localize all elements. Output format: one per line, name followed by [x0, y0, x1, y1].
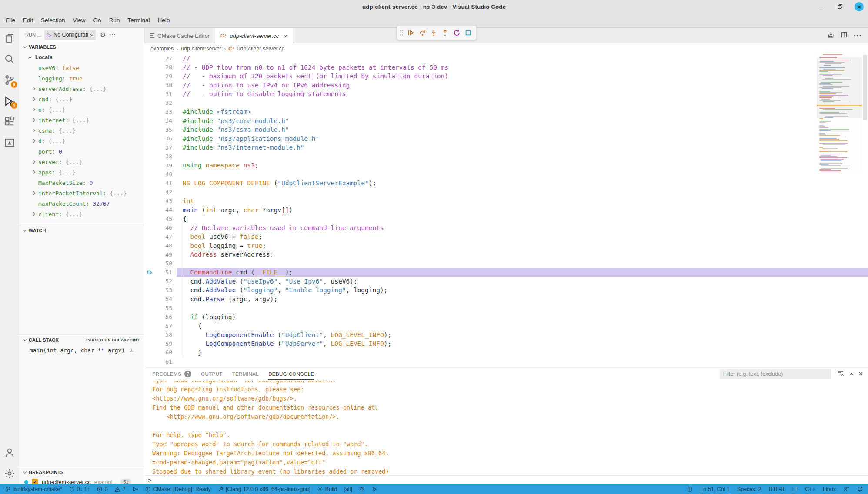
panel-tab-problems[interactable]: PROBLEMS7 [152, 367, 191, 381]
status-spaces-2[interactable]: Spaces: 2 [737, 486, 761, 492]
restart-button[interactable] [451, 27, 462, 38]
run-and-debug-icon[interactable]: 1 [0, 90, 19, 111]
code-line-49[interactable]: 49 Address serverAddress; [144, 250, 868, 259]
status-warning[interactable]: 7 [114, 486, 126, 492]
variable-server[interactable]: server: {...} [19, 157, 144, 167]
status-tools[interactable]: [Clang 12.0.0 x86_64-pc-linux-gnu] [217, 486, 310, 492]
run-coverage-icon[interactable] [827, 31, 835, 40]
variable-MaxPacketSize[interactable]: MaxPacketSize: 0 [19, 177, 144, 188]
code-line-50[interactable]: 50 [144, 259, 868, 268]
code-line-52[interactable]: 52 cmd.AddValue ("useIpv6", "Use Ipv6", … [144, 277, 868, 286]
tab-cmake-cache-editor[interactable]: CMake Cache Editor [144, 28, 215, 43]
breakpoint-margin[interactable] [144, 269, 155, 276]
code-line-32[interactable]: 32 [144, 99, 868, 108]
drag-handle[interactable] [400, 30, 403, 36]
variable-serverAddress[interactable]: serverAddress: {...} [19, 83, 144, 94]
code-line-28[interactable]: 28// - UDP flow from n0 to n1 of 1024 by… [144, 63, 868, 72]
clear-console-icon[interactable] [837, 370, 844, 378]
close-panel-icon[interactable]: × [859, 370, 863, 378]
code-line-48[interactable]: 48 bool logging = true; [144, 241, 868, 250]
variable-cmd[interactable]: cmd: {...} [19, 94, 144, 104]
variable-maxPacketCount[interactable]: maxPacketCount: 32767 [19, 198, 144, 209]
settings-icon[interactable] [0, 463, 19, 484]
status-sync[interactable]: 0↓ 1↑ [69, 486, 90, 492]
code-line-39[interactable]: 39using namespace ns3; [144, 161, 868, 170]
code-line-58[interactable]: 58 LogComponentEnable ("UdpClient", LOG_… [144, 330, 868, 340]
variable-logging[interactable]: logging: true [19, 73, 144, 83]
variables-header[interactable]: VARIABLES [19, 42, 144, 52]
menu-file[interactable]: File [2, 13, 19, 27]
status-notebook[interactable] [687, 486, 693, 492]
code-line-37[interactable]: 37#include "ns3/internet-module.h" [144, 143, 868, 152]
menu-selection[interactable]: Selection [37, 13, 69, 27]
minimize-button[interactable]: – [816, 2, 826, 11]
panel-tab-output[interactable]: OUTPUT [201, 367, 223, 381]
variable-internet[interactable]: internet: {...} [19, 115, 144, 125]
code-line-57[interactable]: 57 { [144, 321, 868, 330]
step-over-button[interactable] [417, 27, 427, 38]
code-line-36[interactable]: 36#include "ns3/applications-module.h" [144, 134, 868, 144]
code-line-61[interactable]: 61 [144, 357, 868, 366]
close-tab-icon[interactable]: × [284, 32, 287, 40]
continue-button[interactable] [405, 27, 416, 38]
code-line-43[interactable]: 43int [144, 197, 868, 206]
call-stack-header[interactable]: CALL STACK PAUSED ON BREAKPOINT [19, 334, 144, 345]
stop-button[interactable] [463, 27, 474, 38]
breadcrumb-folder[interactable]: examples [150, 46, 174, 52]
restore-button[interactable] [835, 2, 845, 11]
variable-d[interactable]: d: {...} [19, 136, 144, 146]
code-line-31[interactable]: 31// - option to disable logging stateme… [144, 90, 868, 99]
variable-csma[interactable]: csma: {...} [19, 125, 144, 136]
debug-console-output[interactable]: Type "show configuration" for configurat… [144, 381, 868, 475]
variable-interPacketInterval[interactable]: interPacketInterval: {...} [19, 188, 144, 198]
variable-port[interactable]: port: 0 [19, 146, 144, 157]
maximize-panel-icon[interactable] [849, 373, 853, 377]
status-bell-dot[interactable] [857, 486, 863, 492]
minimap[interactable] [817, 54, 862, 172]
variable-n[interactable]: n: {...} [19, 104, 144, 115]
status-utf-8[interactable]: UTF-8 [768, 486, 784, 492]
code-line-34[interactable]: 34#include "ns3/core-module.h" [144, 117, 868, 126]
variable-useV6[interactable]: useV6: false [19, 63, 144, 73]
breakpoints-header[interactable]: BREAKPOINTS [19, 467, 144, 477]
account-icon[interactable] [0, 442, 19, 463]
code-line-41[interactable]: 41NS_LOG_COMPONENT_DEFINE ("UdpClientSer… [144, 179, 868, 188]
status-debug-alt[interactable] [132, 486, 138, 492]
explorer-icon[interactable] [0, 28, 19, 49]
menu-run[interactable]: Run [105, 13, 124, 27]
step-out-button[interactable] [440, 27, 451, 38]
code-line-54[interactable]: 54 cmd.Parse (argc, argv); [144, 295, 868, 304]
more-actions-icon[interactable]: ··· [854, 32, 862, 40]
status-ln-51-col-1[interactable]: Ln 51, Col 1 [700, 486, 729, 492]
code-line-55[interactable]: 55 [144, 304, 868, 313]
stack-frame[interactable]: main(int argc, char ** argv) u. [19, 345, 144, 355]
breakpoint-item[interactable]: ✓ udp-client-server.cc exampl... 51 [19, 477, 144, 484]
code-line-42[interactable]: 42 [144, 188, 868, 197]
code-line-59[interactable]: 59 LogComponentEnable ("UdpServer", LOG_… [144, 339, 868, 348]
status-play[interactable] [371, 486, 377, 492]
code-line-38[interactable]: 38 [144, 152, 868, 161]
source-control-icon[interactable]: 6 [0, 70, 19, 90]
minimap-viewport[interactable] [817, 57, 862, 118]
menu-help[interactable]: Help [154, 13, 174, 27]
search-icon[interactable] [0, 49, 19, 70]
status-lf[interactable]: LF [791, 486, 798, 492]
code-line-35[interactable]: 35#include "ns3/csma-module.h" [144, 125, 868, 134]
editor-scrollbar[interactable] [862, 54, 868, 249]
code-line-60[interactable]: 60 } [144, 348, 868, 357]
status-c++[interactable]: C++ [805, 486, 815, 492]
start-debug-icon[interactable]: ▷ [47, 32, 51, 38]
code-line-51[interactable]: 51 CommandLine cmd (__FILE__); [144, 268, 868, 277]
debug-config-dropdown[interactable]: ▷ No Configurati [44, 30, 96, 40]
status-branch[interactable]: buildsystem-cmake* [5, 486, 62, 492]
code-editor[interactable]: 27//28// - UDP flow from n0 to n1 of 102… [144, 54, 868, 367]
status-all[interactable]: [all] [344, 486, 352, 492]
variable-apps[interactable]: apps: {...} [19, 167, 144, 177]
watch-header[interactable]: WATCH [19, 225, 144, 235]
status-linux[interactable]: Linux [823, 486, 836, 492]
gear-icon[interactable]: ⚙ [100, 31, 106, 39]
code-line-56[interactable]: 56 if (logging) [144, 313, 868, 322]
cmake-icon[interactable] [0, 132, 19, 153]
code-line-44[interactable]: 44main (int argc, char *argv[]) [144, 206, 868, 215]
breadcrumb-folder[interactable]: udp-client-server [181, 46, 221, 52]
